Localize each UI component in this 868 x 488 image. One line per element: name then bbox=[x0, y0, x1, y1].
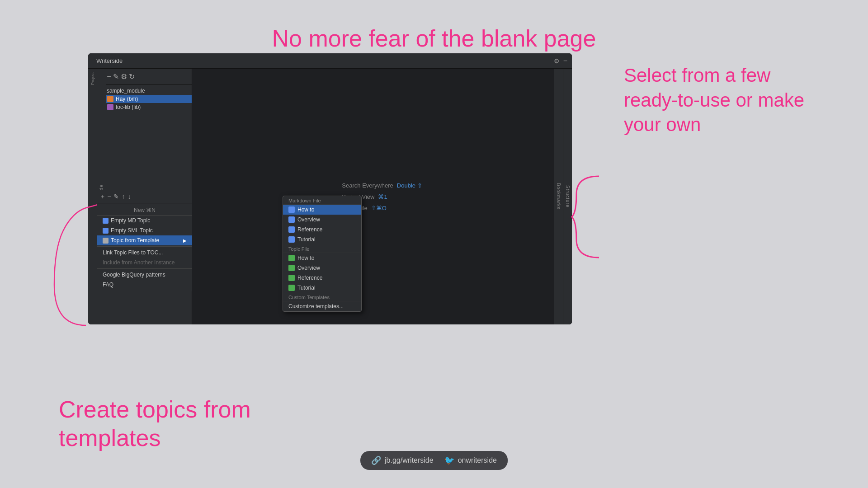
submenu-topic-tutorial[interactable]: Tutorial bbox=[283, 283, 361, 293]
bottom-edit-icon[interactable]: ✎ bbox=[113, 193, 119, 200]
project-strip: Project bbox=[88, 69, 97, 324]
settings-icon[interactable]: ⚙ bbox=[121, 72, 127, 81]
tree-item-ray-label: Ray (bm) bbox=[116, 96, 138, 102]
right-text-line2: ready-to-use or make bbox=[624, 89, 804, 111]
empty-sml-icon bbox=[103, 228, 108, 234]
app-window: Writerside ⚙ − Project Writerside + − ✎ … bbox=[88, 53, 572, 324]
shortcut-search-key: Double ⇧ bbox=[397, 182, 422, 189]
bottom-bar-social[interactable]: 🐦 onwriterside bbox=[444, 455, 497, 465]
menu-item-empty-md[interactable]: Empty MD Topic bbox=[97, 216, 192, 225]
bottom-left-text: Create topics from templates bbox=[59, 395, 251, 452]
topic-tutorial-icon bbox=[288, 285, 295, 291]
titlebar: Writerside ⚙ − bbox=[88, 53, 572, 69]
topic-reference-icon bbox=[288, 275, 295, 281]
submenu-md-tutorial[interactable]: Tutorial bbox=[283, 235, 361, 244]
tree-root-label: sample_module bbox=[107, 88, 145, 94]
link-icon: 🔗 bbox=[371, 455, 381, 465]
submenu-topic-reference[interactable]: Reference bbox=[283, 273, 361, 283]
bottom-bar-link[interactable]: 🔗 jb.gg/writerside bbox=[371, 455, 434, 465]
bottom-move-up-icon[interactable]: ↑ bbox=[122, 193, 125, 200]
bottom-bar-social-label: onwriterside bbox=[458, 456, 497, 465]
main-heading: No more fear of the blank page bbox=[0, 25, 868, 52]
tree-item-toc[interactable]: toc-lib (lib) bbox=[97, 103, 192, 111]
bottom-remove-icon[interactable]: − bbox=[107, 193, 111, 200]
md-tutorial-icon bbox=[288, 236, 295, 243]
menu-item-include: Include from Another Instance bbox=[97, 258, 192, 267]
topic-overview-icon bbox=[288, 265, 295, 271]
md-overview-icon bbox=[288, 216, 295, 223]
menu-item-faq[interactable]: FAQ bbox=[97, 280, 192, 290]
topic-template-icon bbox=[103, 238, 108, 244]
edit-icon[interactable]: ✎ bbox=[113, 72, 119, 81]
custom-section-label: Custom Templates bbox=[283, 293, 361, 301]
editor-area: Search Everywhere Double ⇧ Project View … bbox=[192, 69, 572, 324]
submenu-topic-overview[interactable]: Overview bbox=[283, 263, 361, 273]
menu-item-topic-template[interactable]: Topic from Template ▶ bbox=[97, 235, 192, 245]
right-text-block: Select from a few ready-to-use or make y… bbox=[624, 63, 827, 137]
menu-divider-1 bbox=[97, 246, 192, 247]
close-icon[interactable]: − bbox=[563, 57, 567, 65]
menu-divider-2 bbox=[97, 268, 192, 269]
menu-item-link-topic[interactable]: Link Topic Files to TOC... bbox=[97, 248, 192, 258]
tree-root[interactable]: ▼ sample_module bbox=[97, 87, 192, 95]
empty-md-icon bbox=[103, 218, 108, 224]
topic-section-label: Topic File bbox=[283, 244, 361, 253]
menu-item-empty-sml[interactable]: Empty SML Topic bbox=[97, 225, 192, 235]
shortcut-file-key: ⇧⌘O bbox=[371, 205, 387, 211]
shortcut-search-label: Search Everywhere bbox=[342, 182, 393, 189]
refresh-icon[interactable]: ↻ bbox=[129, 72, 135, 81]
bottom-bar: 🔗 jb.gg/writerside 🐦 onwriterside bbox=[360, 451, 508, 470]
remove-icon[interactable]: − bbox=[107, 73, 111, 81]
md-howto-icon bbox=[288, 206, 295, 213]
social-icon: 🐦 bbox=[444, 455, 454, 465]
tree-item-toc-label: toc-lib (lib) bbox=[116, 104, 141, 110]
md-reference-icon bbox=[288, 226, 295, 233]
submenu-arrow: ▶ bbox=[183, 238, 187, 243]
topic-howto-icon bbox=[288, 255, 295, 261]
bottom-bar-link-label: jb.gg/writerside bbox=[385, 456, 434, 465]
bookmarks-label: Bookmarks bbox=[556, 183, 561, 210]
brace-annotation bbox=[567, 172, 604, 262]
markdown-section-label: Markdown File bbox=[283, 196, 361, 205]
shortcut-project-key: ⌘1 bbox=[378, 193, 387, 200]
tree-item-ray[interactable]: Ray (bm) bbox=[97, 95, 192, 103]
bottom-add-icon[interactable]: + bbox=[101, 193, 104, 200]
submenu-md-overview[interactable]: Overview bbox=[283, 215, 361, 225]
submenu-customize[interactable]: Customize templates... bbox=[283, 301, 361, 311]
bottom-move-down-icon[interactable]: ↓ bbox=[127, 193, 131, 200]
submenu-topic-howto[interactable]: How to bbox=[283, 253, 361, 263]
submenu-md-reference[interactable]: Reference bbox=[283, 225, 361, 235]
bottom-left-line2: templates bbox=[59, 425, 160, 451]
menu-header: New ⌘N bbox=[97, 205, 192, 216]
gear-icon[interactable]: ⚙ bbox=[554, 57, 560, 65]
submenu-md-howto[interactable]: How to bbox=[283, 205, 361, 215]
titlebar-title: Writerside bbox=[96, 57, 123, 64]
bottom-left-line1: Create topics from bbox=[59, 396, 251, 422]
submenu: Markdown File How to Overview Reference … bbox=[283, 196, 362, 312]
sidebar-toolbar: + − ✎ ⚙ ↻ bbox=[97, 69, 192, 85]
right-text-line1: Select from a few bbox=[624, 65, 770, 86]
tree-area: ▼ sample_module Ray (bm) toc-lib (lib) bbox=[97, 85, 192, 113]
project-label: Project bbox=[90, 72, 95, 85]
right-text-line3: your own bbox=[624, 114, 701, 135]
menu-item-bigquery[interactable]: Google BigQuery patterns bbox=[97, 270, 192, 280]
structure-label: Structure bbox=[565, 185, 570, 208]
shortcut-search: Search Everywhere Double ⇧ bbox=[342, 182, 422, 189]
